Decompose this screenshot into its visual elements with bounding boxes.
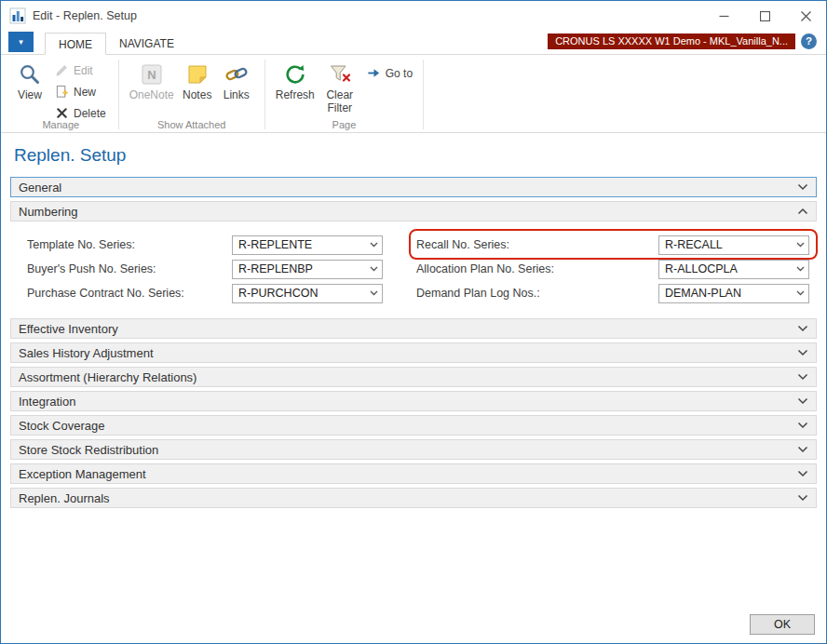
onenote-label: OneNote — [129, 89, 174, 102]
fasttab-general[interactable]: General — [10, 177, 817, 197]
purchase-contract-no-series-combobox[interactable]: R-PURCHCON — [232, 284, 383, 303]
chevron-down-icon — [797, 446, 808, 453]
fasttab-exception-management[interactable]: Exception Management — [10, 463, 817, 484]
fasttab-numbering[interactable]: Numbering — [10, 201, 817, 221]
chevron-down-icon — [793, 285, 808, 302]
refresh-icon — [283, 62, 307, 87]
new-document-icon — [55, 85, 69, 99]
goto-label: Go to — [386, 67, 413, 80]
question-mark-icon: ? — [806, 35, 812, 47]
field-row: Allocation Plan No. Series: R-ALLOCPLA — [416, 257, 809, 281]
buyers-push-no-series-combobox[interactable]: R-REPLENBP — [232, 260, 383, 279]
manage-small-buttons: Edit New Delete — [51, 59, 110, 121]
fasttab-stock-coverage[interactable]: Stock Coverage — [10, 415, 817, 436]
purchase-contract-no-series-label: Purchase Contract No. Series: — [27, 287, 232, 300]
fasttab-store-stock-redistribution[interactable]: Store Stock Redistribution — [10, 439, 817, 460]
magnifier-icon — [18, 62, 42, 87]
close-button[interactable] — [785, 1, 826, 31]
fasttab-sales-history-adjustment[interactable]: Sales History Adjustment — [10, 342, 817, 363]
chevron-down-icon — [793, 261, 808, 278]
clear-filter-icon — [328, 62, 352, 87]
minimize-button[interactable] — [703, 1, 744, 31]
buyers-push-no-series-label: Buyer's Push No. Series: — [27, 262, 232, 275]
window-controls — [703, 1, 826, 31]
chevron-down-icon — [797, 494, 808, 502]
ribbon-group-page: Refresh Clear Filter Go to Page — [266, 57, 422, 132]
arrow-right-icon — [367, 66, 381, 80]
maximize-icon — [760, 11, 770, 21]
edit-label: Edit — [74, 64, 93, 77]
refresh-button[interactable]: Refresh — [272, 59, 319, 102]
help-button[interactable]: ? — [801, 34, 817, 49]
fasttab-numbering-label: Numbering — [19, 205, 78, 219]
numbering-fields: Template No. Series: R-REPLENTE Buyer's … — [10, 225, 817, 318]
application-menu-button[interactable]: ▾ — [8, 32, 34, 52]
links-button[interactable]: Links — [217, 59, 256, 102]
chevron-down-icon — [797, 422, 808, 429]
combo-value: DEMAN-PLAN — [665, 287, 741, 300]
ribbon-tab-row: ▾ HOME NAVIGATE CRONUS LS XXXXX W1 Demo … — [1, 31, 826, 55]
allocation-plan-no-series-combobox[interactable]: R-ALLOCPLA — [658, 260, 809, 279]
ribbon-group-manage: View Edit New — [5, 57, 117, 132]
chevron-down-icon — [366, 261, 382, 278]
ribbon-divider — [264, 60, 265, 129]
clear-filter-button[interactable]: Clear Filter — [319, 59, 361, 115]
fasttab-effective-inventory[interactable]: Effective Inventory — [10, 318, 817, 339]
chain-link-icon — [224, 62, 249, 87]
delete-x-icon — [55, 106, 69, 120]
fasttab-integration[interactable]: Integration — [10, 391, 817, 411]
chevron-down-icon — [366, 236, 382, 254]
combo-value: R-REPLENTE — [238, 238, 312, 251]
view-button[interactable]: View — [10, 59, 49, 102]
goto-button[interactable]: Go to — [367, 66, 413, 80]
field-row: Demand Plan Log Nos.: DEMAN-PLAN — [416, 281, 809, 305]
field-row: Template No. Series: R-REPLENTE — [27, 233, 383, 257]
notes-button[interactable]: Notes — [178, 59, 217, 102]
new-button[interactable]: New — [51, 84, 110, 100]
fasttab-general-label: General — [19, 181, 61, 195]
chevron-down-icon — [797, 397, 808, 405]
fasttab-label: Replen. Journals — [19, 491, 110, 505]
ok-button[interactable]: OK — [750, 614, 815, 635]
demand-plan-log-nos-combobox[interactable]: DEMAN-PLAN — [658, 284, 809, 303]
allocation-plan-no-series-label: Allocation Plan No. Series: — [416, 262, 658, 275]
view-label: View — [18, 89, 42, 102]
chevron-down-icon — [366, 285, 382, 302]
combo-value: R-REPLENBP — [238, 262, 313, 275]
refresh-label: Refresh — [276, 89, 315, 102]
page-content: Replen. Setup General Numbering Template… — [1, 133, 826, 644]
chevron-down-icon — [797, 325, 808, 332]
field-row-highlighted: Recall No. Series: R-RECALL — [416, 233, 809, 257]
ribbon-divider — [423, 60, 424, 129]
fasttab-assortment-hierarchy-relations[interactable]: Assortment (Hierarchy Relations) — [10, 367, 817, 387]
notes-label: Notes — [183, 89, 211, 102]
edit-replen-setup-window: Edit - Replen. Setup ▾ HOME NAVIGATE CRO… — [0, 0, 827, 644]
page-group-label: Page — [266, 119, 422, 130]
fasttab-label: Effective Inventory — [19, 322, 118, 336]
manage-group-label: Manage — [5, 119, 117, 130]
recall-no-series-label: Recall No. Series: — [416, 238, 658, 251]
sticky-note-icon — [185, 62, 210, 87]
app-chart-icon — [9, 7, 26, 24]
combo-value: R-ALLOCPLA — [665, 262, 738, 275]
chevron-down-icon — [793, 236, 808, 254]
fasttab-label: Exception Management — [19, 467, 146, 481]
chevron-down-icon — [797, 183, 808, 191]
onenote-icon: N — [140, 62, 164, 87]
ribbon-group-show-attached: N OneNote Notes Links — [120, 57, 264, 132]
template-no-series-combobox[interactable]: R-REPLENTE — [232, 235, 383, 255]
delete-label: Delete — [74, 107, 106, 120]
fasttab-label: Store Stock Redistribution — [19, 443, 158, 457]
fasttab-replen-journals[interactable]: Replen. Journals — [10, 488, 817, 508]
title-bar: Edit - Replen. Setup — [1, 1, 826, 31]
field-row: Purchase Contract No. Series: R-PURCHCON — [27, 281, 383, 305]
maximize-button[interactable] — [744, 1, 785, 31]
numbering-fields-left: Template No. Series: R-REPLENTE Buyer's … — [27, 233, 383, 305]
demand-plan-log-nos-label: Demand Plan Log Nos.: — [416, 287, 658, 300]
chevron-down-icon — [797, 470, 808, 477]
recall-no-series-combobox[interactable]: R-RECALL — [658, 235, 809, 255]
tab-navigate[interactable]: NAVIGATE — [106, 33, 187, 55]
show-attached-group-label: Show Attached — [120, 119, 264, 130]
tab-home[interactable]: HOME — [45, 33, 106, 55]
field-row: Buyer's Push No. Series: R-REPLENBP — [27, 257, 383, 281]
